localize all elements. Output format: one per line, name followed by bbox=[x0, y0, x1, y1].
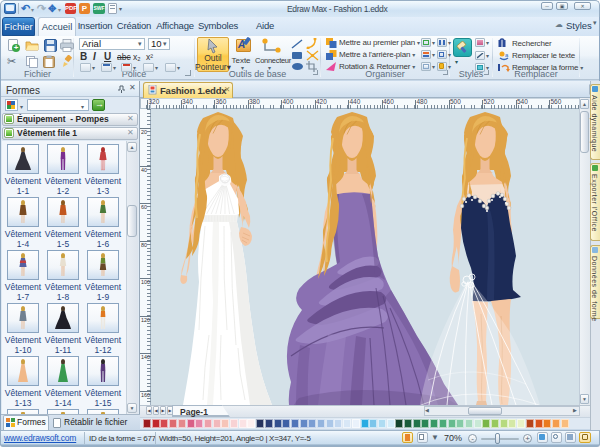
svg-text:a: a bbox=[505, 52, 509, 58]
